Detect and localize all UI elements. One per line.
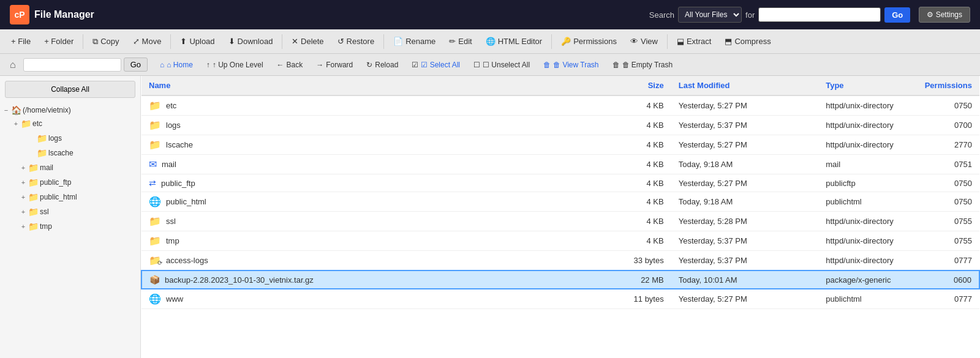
file-type-cell: httpd/unix-directory [818, 212, 917, 231]
file-perms-cell: 0750 [918, 174, 979, 192]
file-type-cell: httpd/unix-directory [818, 135, 917, 155]
restore-button[interactable]: ↺ Restore [331, 34, 381, 49]
file-perms-cell: 0777 [918, 251, 979, 271]
table-row[interactable]: 📁 ssl 4 KB Yesterday, 5:28 PM httpd/unix… [141, 212, 979, 231]
search-label: Search [649, 10, 674, 20]
col-header-type[interactable]: Type [818, 76, 917, 95]
file-name-cell: 📁⟳ access-logs [141, 251, 589, 271]
compress-button[interactable]: ⬒ Compress [718, 34, 777, 49]
search-scope-select[interactable]: All Your Files [678, 7, 742, 23]
file-name-label: public_ftp [161, 179, 195, 188]
table-row[interactable]: ✉ mail 4 KB Today, 9:18 AM mail 0751 [141, 155, 979, 174]
tree-root-item[interactable]: − 🏠 (/home/vietnix) + 📁 etc 📁 [0, 103, 140, 235]
file-type-cell: httpd/unix-directory [818, 95, 917, 116]
nav-back-button[interactable]: ← Back [271, 58, 309, 72]
sidebar-item-ssl[interactable]: + 📁 ssl [10, 204, 140, 219]
new-file-button[interactable]: + File [5, 34, 37, 49]
html-editor-button[interactable]: 🌐 HTML Editor [480, 34, 548, 49]
html-editor-icon: 🌐 [486, 37, 496, 46]
view-trash-button[interactable]: 🗑 🗑 View Trash [537, 58, 605, 72]
path-input[interactable] [23, 58, 121, 72]
collapse-all-button[interactable]: Collapse All [5, 81, 135, 98]
sidebar-item-public-html[interactable]: + 📁 public_html [10, 190, 140, 204]
extract-button[interactable]: ⬓ Extract [671, 34, 717, 49]
file-size-cell: 4 KB [589, 135, 671, 155]
table-row[interactable]: 📁 logs 4 KB Yesterday, 5:37 PM httpd/uni… [141, 116, 979, 135]
unselect-all-button[interactable]: ☐ ☐ Unselect All [467, 58, 536, 72]
nav-bar: ⌂ Go ⌂ ⌂ Home ↑ ↑ Up One Level ← Back → … [0, 54, 980, 76]
file-type-cell: publichtml [818, 289, 917, 309]
delete-button[interactable]: ✕ Delete [285, 34, 330, 49]
compress-label: Compress [734, 37, 771, 46]
col-header-name[interactable]: Name [141, 76, 589, 95]
table-row[interactable]: ⇄ public_ftp 4 KB Yesterday, 5:27 PM pub… [141, 174, 979, 192]
edit-button[interactable]: ✏ Edit [443, 34, 478, 49]
nav-reload-button[interactable]: ↻ Reload [360, 58, 404, 72]
file-size-cell: 33 bytes [589, 251, 671, 271]
file-size-cell: 4 KB [589, 116, 671, 135]
nav-forward-button[interactable]: → Forward [310, 58, 359, 72]
mail-icon: ✉ [149, 158, 157, 170]
restore-label: Restore [347, 37, 375, 46]
file-name-label: www [166, 294, 183, 304]
sidebar-item-lscache[interactable]: 📁 lscache [27, 146, 140, 160]
sidebar-item-logs[interactable]: 📁 logs [27, 131, 140, 146]
sidebar-item-etc[interactable]: + 📁 etc [10, 116, 140, 131]
file-modified-cell: Yesterday, 5:27 PM [671, 135, 818, 155]
etc-children: 📁 logs 📁 lscache [10, 131, 140, 160]
reload-label: Reload [375, 61, 398, 69]
nav-home-button[interactable]: ⌂ ⌂ Home [154, 58, 199, 72]
toolbar-divider-1 [83, 34, 83, 49]
file-perms-cell: 0600 [918, 270, 979, 289]
file-type-cell: mail [818, 155, 917, 174]
toggle-tmp: + [20, 223, 27, 230]
folder-icon-tmp: 📁 [28, 222, 39, 231]
nav-go-button[interactable]: Go [124, 58, 148, 72]
new-folder-button[interactable]: + Folder [38, 34, 80, 49]
settings-button[interactable]: ⚙ Settings [919, 7, 970, 23]
permissions-button[interactable]: 🔑 Permissions [555, 34, 623, 49]
nav-up-button[interactable]: ↑ ↑ Up One Level [200, 58, 270, 72]
file-type-cell: package/x-generic [818, 270, 917, 289]
view-button[interactable]: 👁 View [624, 34, 664, 49]
sidebar-item-tmp[interactable]: + 📁 tmp [10, 219, 140, 234]
nav-input-area: ⌂ Go [5, 57, 148, 73]
nav-home-icon-button[interactable]: ⌂ [5, 57, 21, 73]
download-label: Download [238, 37, 273, 46]
table-row[interactable]: 🌐 www 11 bytes Yesterday, 5:27 PM public… [141, 289, 979, 309]
home-folder-icon: 🏠 [11, 105, 21, 115]
search-go-button[interactable]: Go [884, 7, 910, 23]
move-button[interactable]: ⤢ Move [127, 34, 168, 49]
table-row[interactable]: 📦 backup-2.28.2023_10-01-30_vietnix.tar.… [141, 270, 979, 289]
select-all-button[interactable]: ☑ ☑ Select All [405, 58, 466, 72]
sidebar-item-mail[interactable]: + 📁 mail [10, 160, 140, 175]
file-perms-cell: 0777 [918, 289, 979, 309]
toolbar-divider-4 [383, 34, 384, 49]
rename-button[interactable]: 📄 Rename [387, 34, 442, 49]
file-name-cell: 🌐 www [141, 289, 589, 309]
copy-label: Copy [100, 37, 119, 46]
table-row[interactable]: 📁 tmp 4 KB Yesterday, 5:37 PM httpd/unix… [141, 231, 979, 251]
col-header-modified[interactable]: Last Modified [671, 76, 818, 95]
toggle-public-ftp: + [20, 179, 27, 186]
upload-button[interactable]: ⬆ Upload [174, 34, 221, 49]
table-row[interactable]: 🌐 public_html 4 KB Today, 9:18 AM public… [141, 192, 979, 212]
empty-trash-button[interactable]: 🗑 🗑 Empty Trash [606, 58, 679, 72]
folder-icon: 📁 [149, 139, 161, 151]
table-row[interactable]: 📁⟳ access-logs 33 bytes Yesterday, 5:37 … [141, 251, 979, 271]
table-row[interactable]: 📁 lscache 4 KB Yesterday, 5:27 PM httpd/… [141, 135, 979, 155]
file-perms-cell: 2770 [918, 135, 979, 155]
move-icon: ⤢ [133, 37, 140, 46]
file-modified-cell: Today, 9:18 AM [671, 155, 818, 174]
download-button[interactable]: ⬇ Download [222, 34, 279, 49]
col-header-permissions[interactable]: Permissions [918, 76, 979, 95]
table-row[interactable]: 📁 etc 4 KB Yesterday, 5:27 PM httpd/unix… [141, 95, 979, 116]
sidebar-item-public-ftp[interactable]: + 📁 public_ftp [10, 175, 140, 190]
folder-link-icon: 📁⟳ [149, 255, 161, 266]
file-name-label: logs [166, 121, 181, 130]
search-input[interactable] [758, 7, 881, 22]
label-public-ftp: public_ftp [40, 178, 71, 187]
copy-button[interactable]: ⧉ Copy [86, 34, 125, 50]
col-header-size[interactable]: Size [589, 76, 671, 95]
copy-icon: ⧉ [92, 37, 98, 47]
